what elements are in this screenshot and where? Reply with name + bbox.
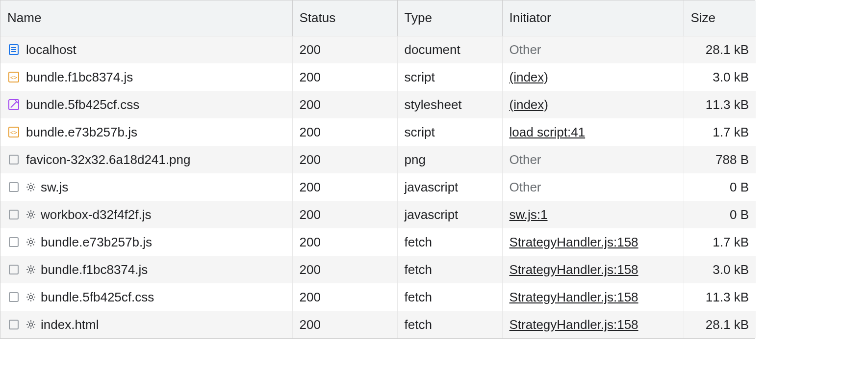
table-row[interactable]: bundle.f1bc8374.js200fetchStrategyHandle… xyxy=(0,256,756,283)
cell-name[interactable]: bundle.f1bc8374.js xyxy=(0,256,292,283)
cell-name[interactable]: favicon-32x32.6a18d241.png xyxy=(0,146,292,173)
cell-size: 3.0 kB xyxy=(684,256,756,283)
cell-initiator[interactable]: StrategyHandler.js:158 xyxy=(502,256,684,283)
cell-size: 1.7 kB xyxy=(684,118,756,146)
table-row[interactable]: index.html200fetchStrategyHandler.js:158… xyxy=(0,311,756,338)
document-file-icon xyxy=(7,43,20,56)
column-header-initiator[interactable]: Initiator xyxy=(502,0,684,36)
table-row[interactable]: sw.js200javascriptOther0 B xyxy=(0,173,756,201)
cell-initiator: Other xyxy=(502,36,684,63)
cell-initiator: Other xyxy=(502,173,684,201)
cell-status: 200 xyxy=(292,146,397,173)
generic-file-icon xyxy=(7,208,20,221)
cell-initiator[interactable]: load script:41 xyxy=(502,118,684,146)
initiator-link[interactable]: StrategyHandler.js:158 xyxy=(510,262,638,277)
table-row[interactable]: bundle.5fb425cf.css200stylesheet(index)1… xyxy=(0,91,756,118)
initiator-link[interactable]: sw.js:1 xyxy=(510,207,548,222)
gear-icon xyxy=(26,320,36,329)
cell-type: stylesheet xyxy=(397,91,502,118)
cell-size: 28.1 kB xyxy=(684,36,756,63)
generic-file-icon xyxy=(7,181,20,193)
request-name: bundle.e73b257b.js xyxy=(26,125,137,140)
column-header-status[interactable]: Status xyxy=(292,0,397,36)
network-panel: Name Status Type Initiator Size localhos… xyxy=(0,0,755,339)
request-name: bundle.5fb425cf.css xyxy=(26,97,139,112)
table-row[interactable]: bundle.f1bc8374.js200script(index)3.0 kB xyxy=(0,63,756,91)
js-file-icon xyxy=(7,71,20,83)
cell-initiator[interactable]: (index) xyxy=(502,63,684,91)
cell-type: document xyxy=(397,36,502,63)
initiator-link[interactable]: StrategyHandler.js:158 xyxy=(510,235,638,249)
gear-icon xyxy=(26,292,36,302)
table-row[interactable]: bundle.5fb425cf.css200fetchStrategyHandl… xyxy=(0,283,756,311)
generic-file-icon xyxy=(7,153,20,166)
request-name: bundle.f1bc8374.js xyxy=(41,262,148,277)
cell-type: png xyxy=(397,146,502,173)
gear-icon xyxy=(26,210,36,219)
cell-initiator[interactable]: StrategyHandler.js:158 xyxy=(502,283,684,311)
request-name: workbox-d32f4f2f.js xyxy=(41,207,151,222)
cell-size: 0 B xyxy=(684,201,756,228)
gear-icon xyxy=(26,182,36,192)
cell-type: javascript xyxy=(397,201,502,228)
cell-type: fetch xyxy=(397,311,502,338)
cell-name[interactable]: sw.js xyxy=(0,173,292,201)
network-table: Name Status Type Initiator Size localhos… xyxy=(0,0,756,338)
cell-size: 11.3 kB xyxy=(684,91,756,118)
table-row[interactable]: favicon-32x32.6a18d241.png200pngOther788… xyxy=(0,146,756,173)
table-row[interactable]: localhost200documentOther28.1 kB xyxy=(0,36,756,63)
cell-name[interactable]: bundle.5fb425cf.css xyxy=(0,91,292,118)
cell-name[interactable]: bundle.5fb425cf.css xyxy=(0,283,292,311)
generic-file-icon xyxy=(7,291,20,303)
cell-name[interactable]: localhost xyxy=(0,36,292,63)
initiator-link[interactable]: StrategyHandler.js:158 xyxy=(510,290,638,304)
css-file-icon xyxy=(7,98,20,111)
cell-size: 0 B xyxy=(684,173,756,201)
cell-size: 3.0 kB xyxy=(684,63,756,91)
table-row[interactable]: workbox-d32f4f2f.js200javascriptsw.js:10… xyxy=(0,201,756,228)
gear-icon xyxy=(26,265,36,274)
cell-type: javascript xyxy=(397,173,502,201)
cell-size: 1.7 kB xyxy=(684,228,756,256)
generic-file-icon xyxy=(7,263,20,276)
cell-status: 200 xyxy=(292,91,397,118)
cell-initiator[interactable]: (index) xyxy=(502,91,684,118)
cell-initiator: Other xyxy=(502,146,684,173)
cell-initiator[interactable]: StrategyHandler.js:158 xyxy=(502,311,684,338)
cell-status: 200 xyxy=(292,173,397,201)
initiator-text: Other xyxy=(510,152,541,167)
table-row[interactable]: bundle.e73b257b.js200scriptload script:4… xyxy=(0,118,756,146)
cell-status: 200 xyxy=(292,201,397,228)
column-header-name[interactable]: Name xyxy=(0,0,292,36)
cell-size: 788 B xyxy=(684,146,756,173)
cell-name[interactable]: bundle.e73b257b.js xyxy=(0,228,292,256)
initiator-link[interactable]: (index) xyxy=(510,97,548,112)
initiator-text: Other xyxy=(510,180,541,194)
table-row[interactable]: bundle.e73b257b.js200fetchStrategyHandle… xyxy=(0,228,756,256)
cell-initiator[interactable]: StrategyHandler.js:158 xyxy=(502,228,684,256)
column-header-size[interactable]: Size xyxy=(684,0,756,36)
cell-status: 200 xyxy=(292,118,397,146)
cell-status: 200 xyxy=(292,256,397,283)
cell-name[interactable]: workbox-d32f4f2f.js xyxy=(0,201,292,228)
request-name: index.html xyxy=(41,317,99,332)
cell-type: script xyxy=(397,118,502,146)
cell-type: fetch xyxy=(397,283,502,311)
generic-file-icon xyxy=(7,318,20,331)
initiator-link[interactable]: StrategyHandler.js:158 xyxy=(510,317,638,332)
cell-status: 200 xyxy=(292,228,397,256)
cell-name[interactable]: index.html xyxy=(0,311,292,338)
cell-initiator[interactable]: sw.js:1 xyxy=(502,201,684,228)
gear-icon xyxy=(26,237,36,247)
cell-name[interactable]: bundle.f1bc8374.js xyxy=(0,63,292,91)
cell-type: script xyxy=(397,63,502,91)
cell-size: 28.1 kB xyxy=(684,311,756,338)
initiator-link[interactable]: load script:41 xyxy=(510,125,586,139)
cell-type: fetch xyxy=(397,256,502,283)
request-name: favicon-32x32.6a18d241.png xyxy=(26,152,190,167)
column-header-type[interactable]: Type xyxy=(397,0,502,36)
cell-name[interactable]: bundle.e73b257b.js xyxy=(0,118,292,146)
initiator-link[interactable]: (index) xyxy=(510,70,548,84)
cell-status: 200 xyxy=(292,36,397,63)
request-name: bundle.e73b257b.js xyxy=(41,235,152,250)
